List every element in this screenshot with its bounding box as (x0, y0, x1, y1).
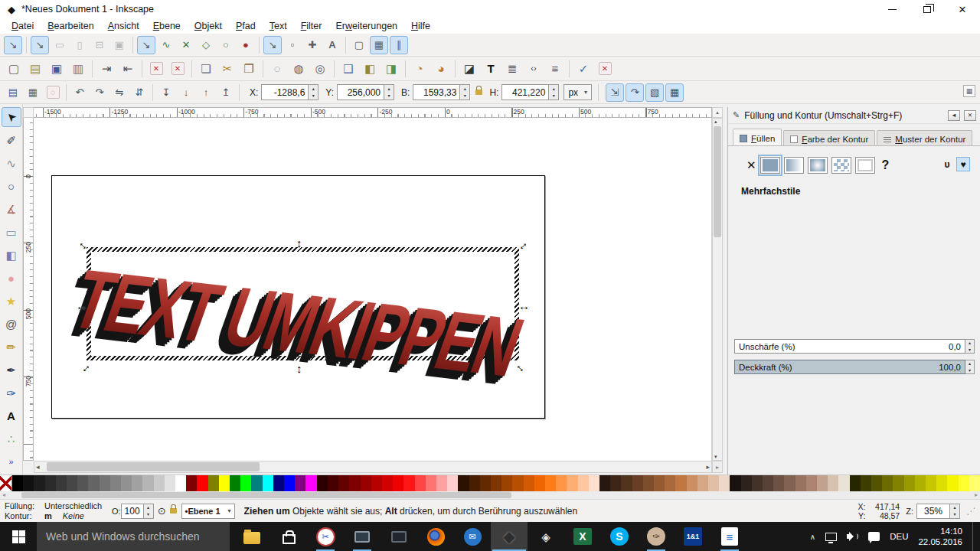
palette-swatch[interactable] (545, 475, 556, 491)
ellipse-tool[interactable]: ● (2, 268, 21, 288)
rotate-cw-button[interactable]: ↷ (90, 83, 109, 102)
palette-swatch[interactable] (110, 475, 121, 491)
menu-objekt[interactable]: Objekt (188, 19, 229, 33)
palette-swatch[interactable] (610, 475, 621, 491)
palette-swatch[interactable] (632, 475, 643, 491)
layer-visibility-icon[interactable]: ⊙ (158, 505, 166, 517)
palette-scrollbar[interactable]: ◂ ▸ (0, 491, 980, 499)
spray-tool[interactable]: ∴ (2, 429, 21, 448)
palette-swatch[interactable] (567, 475, 577, 491)
fill-flat-color-button[interactable] (760, 157, 780, 174)
snap-nodes-button[interactable]: ↘ (137, 36, 155, 54)
palette-swatch[interactable] (100, 475, 110, 491)
layers-dialog-button[interactable]: ≣ (502, 59, 522, 79)
palette-swatch[interactable] (458, 475, 469, 491)
palette-swatch[interactable] (524, 475, 534, 491)
menu-erweiterungen[interactable]: Erweiterungen (328, 19, 404, 33)
scale-corners-toggle-button[interactable]: ↷ (626, 83, 644, 102)
palette-swatch[interactable] (34, 475, 44, 491)
palette-swatch[interactable] (12, 475, 23, 491)
raise-to-top-button[interactable]: ↥ (217, 83, 235, 102)
zoom-spinner[interactable]: ▴▾ (950, 504, 960, 519)
scale-stroke-toggle-button[interactable]: ⇲ (606, 83, 624, 102)
select-original-button[interactable]: ◔ (410, 59, 430, 79)
fill-rule-evenodd-button[interactable]: υ (940, 157, 954, 171)
align-dialog-button[interactable]: ≡ (545, 59, 565, 79)
fill-unknown-button[interactable]: ? (882, 158, 890, 172)
cut-button[interactable]: ✂ (217, 59, 237, 79)
menu-bearbeiten[interactable]: Bearbeiten (41, 19, 100, 33)
tab-farbe-der-kontur[interactable]: Farbe der Kontur (783, 130, 875, 147)
horizontal-scrollbar[interactable]: ◂ ▸ (34, 461, 712, 473)
palette-swatch[interactable] (893, 475, 903, 491)
opacity-spinner[interactable]: ▴▾ (965, 360, 975, 374)
close-button[interactable]: ✕ (945, 0, 980, 18)
blur-spinner[interactable]: ▴▾ (965, 339, 975, 354)
snap-grids-button[interactable]: ▦ (370, 36, 388, 54)
taskbar-media-app[interactable]: ◈ (528, 522, 564, 551)
start-button[interactable] (0, 522, 37, 551)
import-button[interactable]: ⇥ (96, 59, 116, 79)
notifications-icon[interactable] (868, 532, 880, 541)
selection-handle-left[interactable]: ↔ (76, 300, 87, 311)
palette-swatch[interactable] (208, 475, 219, 491)
palette-swatch[interactable] (795, 475, 806, 491)
canvas[interactable]: TEXT UMKIPPEN TEXT UMKIPPEN ↔ ↔ ↔ ↔ ↕ ↕ … (34, 118, 712, 461)
text-tool[interactable]: A (2, 406, 21, 425)
box3d-tool[interactable]: ◧ (2, 245, 21, 265)
snap-cusp-nodes-button[interactable]: ◇ (197, 36, 215, 54)
palette-swatch[interactable] (904, 475, 915, 491)
palette-swatch[interactable] (697, 475, 708, 491)
palette-swatch[interactable] (371, 475, 382, 491)
menu-ebene[interactable]: Ebene (146, 19, 188, 33)
tab-muster-der-kontur[interactable]: Muster der Kontur (877, 130, 972, 147)
palette-swatch[interactable] (838, 475, 849, 491)
palette-none-swatch[interactable] (0, 475, 12, 491)
zoom-selection-button[interactable]: ◌ (267, 59, 287, 79)
palette-swatch[interactable] (578, 475, 589, 491)
palette-scroll-right-icon[interactable]: ▸ (972, 492, 980, 498)
layer-select[interactable]: •Ebene 1 ▾ (181, 504, 235, 519)
snap-path-intersections-button[interactable]: ✕ (177, 36, 195, 54)
palette-swatch[interactable] (915, 475, 926, 491)
fill-stroke-indicator[interactable]: Füllung:Unterschiedlich Kontur:mKeine (5, 501, 110, 521)
palette-swatch[interactable] (687, 475, 697, 491)
select-all-button[interactable]: ▤ (4, 83, 22, 102)
redo-button[interactable]: ✕ (168, 59, 188, 79)
palette-swatch[interactable] (665, 475, 675, 491)
menu-datei[interactable]: Datei (5, 19, 41, 33)
menu-pfad[interactable]: Pfad (229, 19, 263, 33)
palette-swatch[interactable] (273, 475, 284, 491)
dialog-close-button[interactable]: ✕ (964, 110, 976, 121)
scroll-up-icon[interactable]: ▴ (714, 119, 717, 125)
snap-page-border-button[interactable]: ▢ (350, 36, 368, 54)
snap-midpoints-button[interactable]: ● (237, 36, 255, 54)
palette-swatch[interactable] (675, 475, 686, 491)
palette-swatch[interactable] (817, 475, 828, 491)
width-spinner[interactable]: ▴▾ (460, 84, 470, 100)
menu-filter[interactable]: Filter (294, 19, 329, 33)
print-document-button[interactable]: ▥ (68, 59, 88, 79)
palette-swatch[interactable] (708, 475, 719, 491)
palette-swatch[interactable] (752, 475, 763, 491)
rectangle-tool[interactable]: ▭ (2, 222, 21, 242)
create-clone-button[interactable]: ◧ (360, 59, 380, 79)
palette-swatch[interactable] (45, 475, 56, 491)
palette-swatch[interactable] (936, 475, 947, 491)
language-indicator[interactable]: DEU (890, 532, 908, 541)
palette-swatch[interactable] (730, 475, 740, 491)
palette-swatch[interactable] (23, 475, 34, 491)
palette-swatch[interactable] (589, 475, 599, 491)
palette-swatch[interactable] (284, 475, 295, 491)
palette-swatch[interactable] (947, 475, 958, 491)
ruler-corner[interactable] (23, 107, 34, 118)
scroll-left-icon[interactable]: ◂ (36, 463, 40, 471)
clock[interactable]: 14:10 22.05.2016 (918, 526, 962, 547)
snap-object-centers-button[interactable]: ▫ (283, 36, 302, 54)
taskbar-search-input[interactable]: Web und Windows durchsuchen (37, 522, 230, 551)
palette-scroll-track[interactable] (8, 492, 972, 498)
deselect-button[interactable]: ◌ (44, 83, 62, 102)
palette-swatch[interactable] (263, 475, 273, 491)
y-input[interactable]: 256,000 (337, 84, 384, 100)
zoom-input[interactable]: 35% (916, 504, 950, 519)
